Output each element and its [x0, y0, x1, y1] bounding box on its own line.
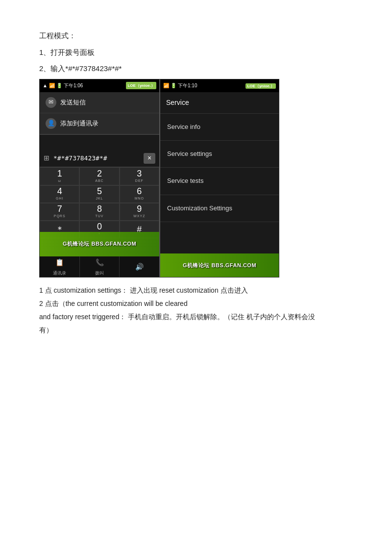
key-2[interactable]: 2ABC [79, 167, 119, 185]
watermark-left: G机锋论坛 BBS.GFAN.COM [40, 232, 159, 256]
key-8[interactable]: 8TUV [79, 203, 119, 221]
service-title-bar: Service [160, 92, 279, 114]
add-contact-label: 添加到通讯录 [60, 118, 98, 129]
service-menu-item-customization[interactable]: Customization Settings [160, 195, 279, 222]
right-status-bar: 📶 🔋 下午1:10 LOE（ynioe.） [160, 79, 279, 92]
add-contact-item[interactable]: 👤 添加到通讯录 [40, 113, 159, 134]
key-4[interactable]: 4GHI [40, 185, 79, 203]
right-status-left: 📶 🔋 下午1:10 [163, 81, 197, 90]
dial-input-bar: ⊞ *#*#7378423#*# × [40, 150, 159, 168]
key-3[interactable]: 3DEF [120, 167, 159, 185]
sim-icon: ▲ [43, 81, 48, 90]
clear-button[interactable]: × [144, 153, 155, 164]
nav-call-label: 拨叫 [95, 270, 104, 277]
nav-call[interactable]: 📞 拨叫 [80, 256, 120, 278]
right-battery-icon: 🔋 [171, 81, 176, 90]
send-sms-label: 发送短信 [60, 97, 86, 108]
key-7[interactable]: 7PQRS [40, 203, 79, 221]
screenshot-container: ▲ 📶 🔋 下午1:06 LOE（ynioe.） ✉ 发送短信 👤 添加到通讯录 [39, 79, 279, 278]
keypad-grid-icon: ⊞ [44, 152, 49, 164]
nav-contacts[interactable]: 📋 通讯录 [40, 256, 80, 278]
left-phone-panel: ▲ 📶 🔋 下午1:06 LOE（ynioe.） ✉ 发送短信 👤 添加到通讯录 [40, 79, 159, 278]
bottom-line4: 有） [39, 324, 353, 336]
dial-input-display: *#*#7378423#*# [53, 153, 142, 164]
left-menu-section: ✉ 发送短信 👤 添加到通讯录 [40, 92, 159, 135]
call-icon: 📞 [96, 257, 104, 269]
watermark-right: G机锋论坛 BBS.GFAN.COM [160, 253, 279, 278]
speaker-icon: 🔊 [135, 261, 144, 273]
right-loe-badge: LOE（ynioe.） [245, 83, 276, 89]
empty-space [40, 135, 159, 150]
intro-line3: 2、输入*#*#7378423#*#* [39, 62, 353, 75]
right-phone-panel: 📶 🔋 下午1:10 LOE（ynioe.） Service Service i… [159, 79, 279, 278]
page-wrapper: 工程模式： 1、打开拨号面板 2、输入*#*#7378423#*#* ▲ 📶 🔋… [39, 29, 353, 336]
right-signal-icon: 📶 [163, 81, 169, 90]
service-menu-item-info[interactable]: Service info [160, 114, 279, 141]
right-loe-area: LOE（ynioe.） [245, 81, 276, 90]
key-6[interactable]: 6MNO [120, 185, 159, 203]
battery-icon: 🔋 [56, 81, 62, 90]
intro-line1: 工程模式： [39, 29, 353, 42]
bottom-nav-bar: 📋 通讯录 📞 拨叫 🔊 [40, 256, 159, 278]
contact-icon: 👤 [46, 118, 56, 129]
service-menu-item-settings[interactable]: Service settings [160, 141, 279, 168]
intro-line2: 1、打开拨号面板 [39, 46, 353, 59]
intro-section: 工程模式： 1、打开拨号面板 2、输入*#*#7378423#*#* [39, 29, 353, 75]
service-title: Service [166, 99, 189, 106]
bottom-text-section: 1 点 customization settings： 进入出现 reset c… [39, 284, 353, 337]
left-status-bar: ▲ 📶 🔋 下午1:06 LOE（ynioe.） [40, 79, 159, 92]
bottom-line1: 1 点 customization settings： 进入出现 reset c… [39, 284, 353, 297]
left-loe-badge: LOE（ynioe.） [126, 82, 156, 90]
nav-extra[interactable]: 🔊 [120, 256, 159, 278]
bottom-line3: and factory reset triggered： 手机自动重启。开机后锁… [39, 311, 353, 323]
sms-icon: ✉ [46, 97, 56, 108]
service-menu-item-tests[interactable]: Service tests [160, 168, 279, 195]
key-5[interactable]: 5JKL [79, 185, 119, 203]
left-status-icons: ▲ 📶 🔋 下午1:06 [43, 81, 83, 90]
send-sms-item[interactable]: ✉ 发送短信 [40, 92, 159, 113]
contacts-icon: 📋 [55, 257, 64, 269]
wifi-icon: 📶 [49, 81, 55, 90]
left-loe-badge-area: LOE（ynioe.） [126, 82, 156, 90]
key-9[interactable]: 9WXYZ [120, 203, 159, 221]
right-time: 下午1:10 [178, 81, 197, 90]
left-time: 下午1:06 [64, 81, 83, 90]
bottom-line2: 2 点击（the current customization will be c… [39, 298, 353, 310]
key-1[interactable]: 1ω [40, 167, 79, 185]
nav-contacts-label: 通讯录 [53, 270, 66, 277]
